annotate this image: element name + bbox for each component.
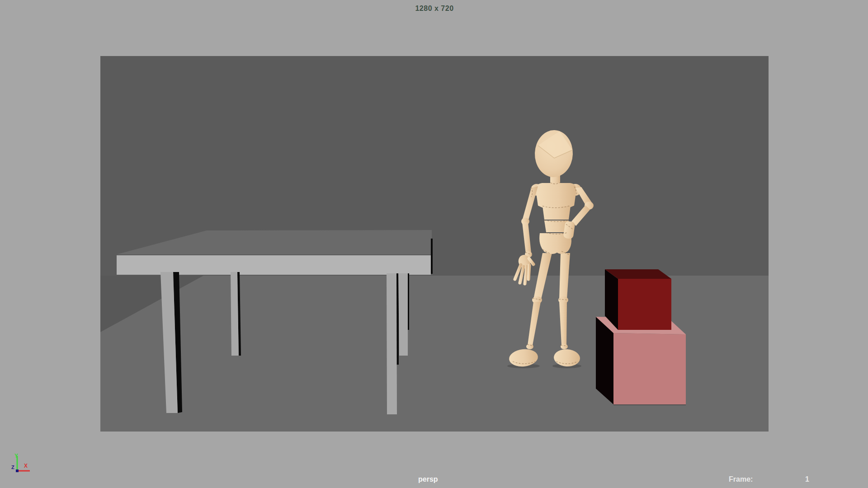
dark-red-box-front	[618, 279, 671, 330]
pink-box-front	[613, 333, 686, 404]
table-leg-shadow	[408, 273, 409, 330]
camera-name-label[interactable]: persp	[418, 475, 438, 483]
y-axis-label: Y	[14, 453, 18, 459]
table-front-face	[117, 255, 431, 275]
mannequin-right-ankle	[561, 344, 568, 349]
z-axis-label: Z	[11, 465, 14, 470]
x-axis-line	[17, 470, 30, 472]
frame-number: 1	[805, 475, 809, 483]
z-axis-dot	[16, 469, 19, 472]
table-leg-back-right	[398, 273, 408, 356]
table-leg-shadow	[396, 273, 399, 365]
playblast-window: { "header": { "resolution_label": "1280 …	[0, 0, 868, 488]
mannequin-left-ankle	[526, 344, 533, 349]
x-axis-label: X	[24, 463, 28, 469]
resolution-label: 1280 x 720	[100, 5, 769, 13]
render-viewport[interactable]	[100, 56, 769, 432]
mannequin-abdomen	[542, 206, 571, 220]
table-leg-back-left	[231, 272, 239, 356]
axis-gizmo[interactable]: Y X Z	[9, 450, 41, 477]
table-leg-front-right	[387, 273, 397, 414]
frame-label: Frame:	[729, 475, 753, 483]
table-right-edge-shadow	[431, 239, 433, 274]
